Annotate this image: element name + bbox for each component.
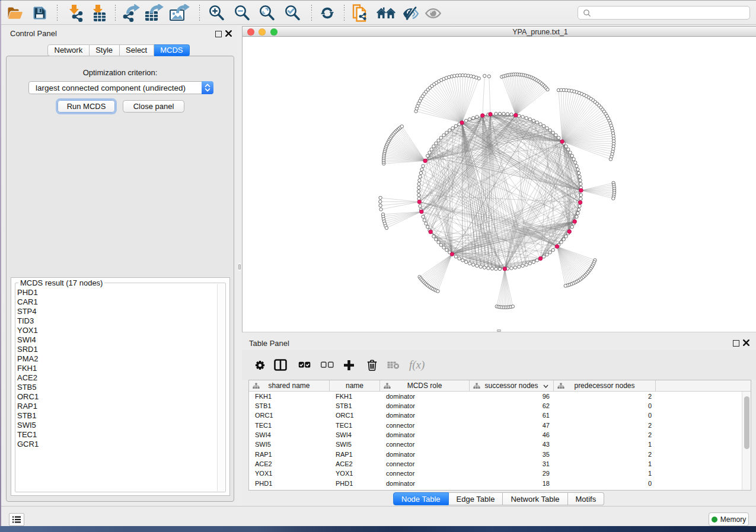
graph-hub-node[interactable] xyxy=(429,230,433,234)
graph-node[interactable] xyxy=(495,112,497,115)
graph-leaf-node[interactable] xyxy=(400,125,403,128)
graph-node[interactable] xyxy=(579,182,582,185)
table-row[interactable]: SWI5SWI5connector431 xyxy=(249,440,751,450)
result-node[interactable]: PHD1 xyxy=(17,288,216,297)
table-scrollbar[interactable] xyxy=(742,392,751,490)
close-panel-icon[interactable] xyxy=(225,30,232,37)
table-float-icon[interactable] xyxy=(733,340,739,347)
graph-node[interactable] xyxy=(579,179,582,182)
graph-hub-node[interactable] xyxy=(420,210,424,214)
graph-node[interactable] xyxy=(464,119,467,122)
graph-node[interactable] xyxy=(551,248,554,251)
tab-network-table[interactable]: Network Table xyxy=(503,492,567,505)
float-panel-icon[interactable] xyxy=(215,31,222,37)
gear-icon[interactable] xyxy=(255,350,265,380)
result-node[interactable]: YOX1 xyxy=(17,326,216,335)
import-table-icon[interactable] xyxy=(89,1,107,25)
graph-node[interactable] xyxy=(435,238,438,241)
graph-node[interactable] xyxy=(567,148,570,151)
graph-node[interactable] xyxy=(428,151,431,154)
graph-node[interactable] xyxy=(430,148,433,151)
graph-node[interactable] xyxy=(419,175,422,178)
graph-hub-node[interactable] xyxy=(578,200,582,204)
table-row[interactable]: RAP1RAP1dominator352 xyxy=(249,450,751,459)
deselect-all-icon[interactable] xyxy=(321,350,334,380)
graph-node[interactable] xyxy=(498,267,501,270)
graph-hub-node[interactable] xyxy=(555,245,559,249)
graph-hub-node[interactable] xyxy=(560,140,564,144)
graph-node[interactable] xyxy=(554,134,557,137)
result-node[interactable]: ORC1 xyxy=(17,392,216,402)
export-image-icon[interactable] xyxy=(170,1,190,25)
share-document-icon[interactable] xyxy=(352,1,369,25)
tab-select[interactable]: Select xyxy=(120,44,154,56)
graph-node[interactable] xyxy=(422,215,425,218)
graph-node[interactable] xyxy=(487,267,490,270)
result-node[interactable]: STB1 xyxy=(17,411,216,421)
graph-hub-node[interactable] xyxy=(573,220,577,224)
window-close-icon[interactable] xyxy=(247,28,254,36)
memory-button[interactable]: Memory xyxy=(709,512,749,526)
result-node[interactable]: PMA2 xyxy=(17,354,216,364)
graph-node[interactable] xyxy=(445,131,448,134)
graph-node[interactable] xyxy=(521,264,524,267)
refresh-icon[interactable] xyxy=(321,1,334,25)
search-input[interactable] xyxy=(578,6,750,20)
criterion-select[interactable]: largest connected component (undirected) xyxy=(28,81,213,94)
split-columns-icon[interactable] xyxy=(274,350,287,380)
graph-node[interactable] xyxy=(490,267,493,270)
graph-node[interactable] xyxy=(576,168,579,171)
graph-leaf-node[interactable] xyxy=(436,290,439,293)
graph-hub-node[interactable] xyxy=(503,267,507,271)
graph-node[interactable] xyxy=(422,165,425,168)
horizontal-splitter-handle[interactable] xyxy=(497,329,501,332)
export-table-icon[interactable] xyxy=(145,1,164,25)
graph-leaf-node[interactable] xyxy=(483,74,486,77)
tab-motifs[interactable]: Motifs xyxy=(568,492,605,505)
hide-graphics-icon[interactable] xyxy=(403,1,419,25)
window-minimize-icon[interactable] xyxy=(259,28,266,36)
graph-hub-node[interactable] xyxy=(579,188,583,193)
graph-node[interactable] xyxy=(570,154,573,157)
graph-node[interactable] xyxy=(454,124,457,127)
zoom-fit-icon[interactable] xyxy=(258,1,276,25)
graph-node[interactable] xyxy=(495,267,497,270)
graph-leaf-node[interactable] xyxy=(379,200,382,203)
graph-node[interactable] xyxy=(426,225,429,228)
table-row[interactable]: ORC1ORC1dominator610 xyxy=(249,411,751,421)
graph-leaf-node[interactable] xyxy=(379,208,382,211)
graph-leaf-node[interactable] xyxy=(511,305,514,308)
show-graphics-icon[interactable] xyxy=(425,1,441,25)
graph-node[interactable] xyxy=(502,112,505,115)
graph-node[interactable] xyxy=(521,116,524,118)
graph-node[interactable] xyxy=(577,171,580,174)
column-header-predecessor-nodes[interactable]: predecessor nodes xyxy=(554,380,656,391)
result-node[interactable]: FKH1 xyxy=(17,364,216,373)
graph-node[interactable] xyxy=(432,145,435,148)
graph-hub-node[interactable] xyxy=(460,121,464,125)
graph-node[interactable] xyxy=(539,123,542,126)
graph-node[interactable] xyxy=(472,117,475,120)
tab-style[interactable]: Style xyxy=(90,44,120,56)
graph-node[interactable] xyxy=(437,241,440,243)
graph-hub-node[interactable] xyxy=(489,113,493,117)
graph-node[interactable] xyxy=(575,215,578,218)
log-console-button[interactable] xyxy=(9,513,24,526)
graph-node[interactable] xyxy=(419,204,422,207)
graph-hub-node[interactable] xyxy=(450,252,454,257)
graph-node[interactable] xyxy=(418,179,421,182)
graph-node[interactable] xyxy=(426,154,429,157)
graph-leaf-node[interactable] xyxy=(379,196,382,199)
graph-hub-node[interactable] xyxy=(514,113,518,117)
zoom-in-icon[interactable] xyxy=(208,1,225,25)
graph-hub-node[interactable] xyxy=(481,114,485,118)
graph-node[interactable] xyxy=(546,253,548,256)
graph-node[interactable] xyxy=(572,158,575,161)
graph-node[interactable] xyxy=(569,151,572,154)
result-node[interactable]: GCR1 xyxy=(17,440,216,449)
graph-node[interactable] xyxy=(417,194,420,197)
graph-node[interactable] xyxy=(435,142,438,145)
network-titlebar[interactable]: YPA_prune.txt_1 xyxy=(243,27,756,37)
graph-node[interactable] xyxy=(439,243,442,246)
import-network-icon[interactable] xyxy=(65,1,83,25)
